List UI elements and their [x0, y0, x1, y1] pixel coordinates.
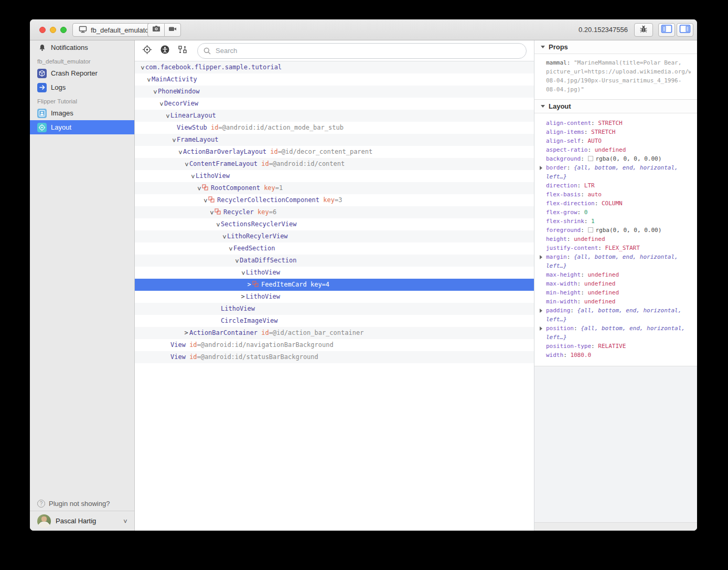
tree-row-feedsection[interactable]: >FeedSection — [135, 242, 534, 255]
chevron-expanded-icon[interactable]: > — [155, 101, 167, 107]
sidebar-item-label: Crash Reporter — [51, 69, 98, 77]
chevron-expanded-icon[interactable]: > — [206, 209, 218, 216]
props-section-header[interactable]: Props — [534, 40, 697, 54]
chevron-expanded-icon[interactable]: > — [237, 270, 249, 276]
toggle-left-sidebar-button[interactable] — [658, 23, 675, 37]
sidebar-item-label: Notifications — [51, 44, 88, 51]
minimize-button[interactable] — [50, 27, 56, 33]
element-name: com.facebook.flipper.sample.tutorial — [145, 64, 282, 71]
tree-row-recycler[interactable]: >Recycler key=6 — [135, 206, 534, 218]
prop-value: undefined — [587, 271, 619, 278]
screenshot-button[interactable] — [147, 23, 164, 37]
tree-row-linearlayout[interactable]: >LinearLayout — [135, 110, 534, 122]
layout-prop-border[interactable]: border: {all, bottom, end, horizontal, l… — [546, 163, 686, 181]
plugin-help-label: Plugin not showing? — [49, 500, 110, 508]
expand-triangle-icon[interactable] — [540, 166, 542, 170]
expand-triangle-icon[interactable] — [540, 326, 542, 331]
tree-row-mainactivity[interactable]: >MainActivity — [135, 73, 534, 86]
tree-row-view[interactable]: View id=@android:id/navigationBarBackgro… — [135, 339, 534, 351]
tree-row-circleimageview[interactable]: CircleImageView — [135, 315, 534, 327]
props-section-title: Props — [549, 43, 568, 51]
layout-prop-position[interactable]: position: {all, bottom, end, horizontal,… — [546, 324, 686, 342]
tree-row-datadiffsection[interactable]: >DataDiffSection — [135, 255, 534, 267]
close-button[interactable] — [39, 27, 46, 33]
chevron-expanded-icon[interactable]: > — [143, 77, 155, 83]
tree-row-lithoview[interactable]: >LithoView — [135, 267, 534, 279]
sidebar-item-crash-reporter[interactable]: Crash Reporter — [30, 66, 134, 80]
device-selector[interactable]: fb_default_emulator — [72, 23, 157, 37]
sidebar-item-notifications[interactable]: Notifications — [30, 40, 134, 55]
chevron-expanded-icon[interactable]: > — [180, 161, 192, 167]
chevron-collapsed-icon[interactable]: > — [246, 279, 252, 291]
element-name: SectionsRecyclerView — [221, 220, 297, 228]
sidebar-section-fb-default-emulator: fb_default_emulator — [30, 56, 134, 66]
chevron-expanded-icon[interactable]: > — [218, 234, 230, 240]
chevron-expanded-icon[interactable]: > — [224, 246, 237, 252]
tree-row-lithoview[interactable]: >LithoView — [135, 291, 534, 303]
layout-prop-flex-shrink: flex-shrink: 1 — [546, 217, 686, 226]
tree-row-recyclercollectioncomponent[interactable]: >RecyclerCollectionComponent key=3 — [135, 194, 534, 206]
attribute-key: key — [254, 208, 269, 216]
plugin-help-link[interactable]: ? Plugin not showing? — [30, 496, 134, 511]
bug-report-button[interactable] — [634, 23, 653, 37]
tree-row-lithorecylerview[interactable]: >LithoRecylerView — [135, 230, 534, 242]
user-menu[interactable]: Pascal Hartig > — [30, 511, 134, 531]
chevron-expanded-icon[interactable]: > — [149, 89, 161, 95]
tree-row-sectionsrecyclerview[interactable]: >SectionsRecyclerView — [135, 218, 534, 230]
tree-row-lithoview[interactable]: >LithoView — [135, 170, 534, 182]
chevron-expanded-icon[interactable]: > — [162, 113, 174, 119]
tree-row-com-facebook-flipper-sample-tutorial[interactable]: >com.facebook.flipper.sample.tutorial — [135, 61, 534, 73]
tree-row-lithoview[interactable]: LithoView — [135, 303, 534, 315]
chevron-expanded-icon[interactable]: > — [136, 65, 148, 71]
color-swatch[interactable] — [588, 156, 593, 161]
tree-row-decorview[interactable]: >DecorView — [135, 98, 534, 110]
tree-row-framelayout[interactable]: >FrameLayout — [135, 134, 534, 146]
chevron-collapsed-icon[interactable]: > — [240, 291, 246, 303]
zoom-button[interactable] — [60, 27, 67, 33]
expand-triangle-icon[interactable] — [540, 255, 542, 259]
element-name: FrameLayout — [177, 136, 218, 143]
tree-row-rootcomponent[interactable]: >RootComponent key=1 — [135, 182, 534, 194]
record-button[interactable] — [164, 23, 181, 37]
accessibility-mode-button[interactable] — [160, 45, 170, 57]
layout-section-header[interactable]: Layout — [534, 100, 697, 113]
layout-prop-max-width: max-width: undefined — [546, 279, 686, 288]
toggle-right-sidebar-button[interactable] — [677, 23, 693, 37]
tree-row-feeditemcard[interactable]: >FeedItemCard key=4 — [135, 279, 534, 291]
color-swatch[interactable] — [588, 227, 593, 233]
layout-prop-min-width: min-width: undefined — [546, 297, 686, 306]
tree-row-phonewindow[interactable]: >PhoneWindow — [135, 86, 534, 98]
prop-key: background — [546, 155, 581, 162]
tree-row-contentframelayout[interactable]: >ContentFrameLayout id=@android:id/conte… — [135, 158, 534, 170]
layout-prop-margin[interactable]: margin: {all, bottom, end, horizontal, l… — [546, 252, 686, 270]
element-name: LinearLayout — [170, 112, 216, 119]
chevron-collapsed-icon[interactable]: > — [183, 327, 189, 339]
chevron-expanded-icon[interactable]: > — [187, 173, 199, 180]
sidebar-item-images[interactable]: Images — [30, 106, 134, 120]
sidebar-item-layout[interactable]: Layout — [30, 120, 134, 134]
expand-triangle-icon[interactable] — [540, 309, 542, 313]
chevron-expanded-icon[interactable]: > — [231, 258, 243, 264]
chevron-expanded-icon[interactable]: > — [193, 185, 205, 192]
element-name: CircleImageView — [221, 317, 277, 324]
chevron-expanded-icon[interactable]: > — [174, 149, 186, 155]
element-name: ContentFrameLayout — [189, 160, 258, 167]
chevron-expanded-icon[interactable]: > — [168, 137, 180, 143]
chevron-expanded-icon[interactable]: > — [212, 221, 224, 228]
collapse-triangle-icon — [541, 105, 545, 108]
layout-prop-padding[interactable]: padding: {all, bottom, end, horizontal, … — [546, 306, 686, 324]
tree-row-viewstub[interactable]: ViewStub id=@android:id/action_mode_bar_… — [135, 122, 534, 134]
tree-row-actionbarcontainer[interactable]: >ActionBarContainer id=@id/action_bar_co… — [135, 327, 534, 339]
element-name: Recycler — [223, 208, 254, 216]
chevron-down-icon: > — [121, 519, 129, 523]
prop-key: position — [546, 325, 574, 332]
chevron-expanded-icon[interactable]: > — [199, 197, 211, 204]
sidebar-item-logs[interactable]: Logs — [30, 80, 134, 94]
prop-value: FLEX_START — [605, 245, 640, 251]
tree-mode-button[interactable] — [178, 45, 187, 57]
attribute-value: =@android:id/statusBarBackground — [197, 353, 318, 361]
target-mode-button[interactable] — [142, 45, 152, 57]
tree-row-actionbaroverlaylayout[interactable]: >ActionBarOverlayLayout id=@id/decor_con… — [135, 146, 534, 158]
tree-row-view[interactable]: View id=@android:id/statusBarBackground — [135, 351, 534, 363]
search-input[interactable] — [197, 43, 527, 59]
